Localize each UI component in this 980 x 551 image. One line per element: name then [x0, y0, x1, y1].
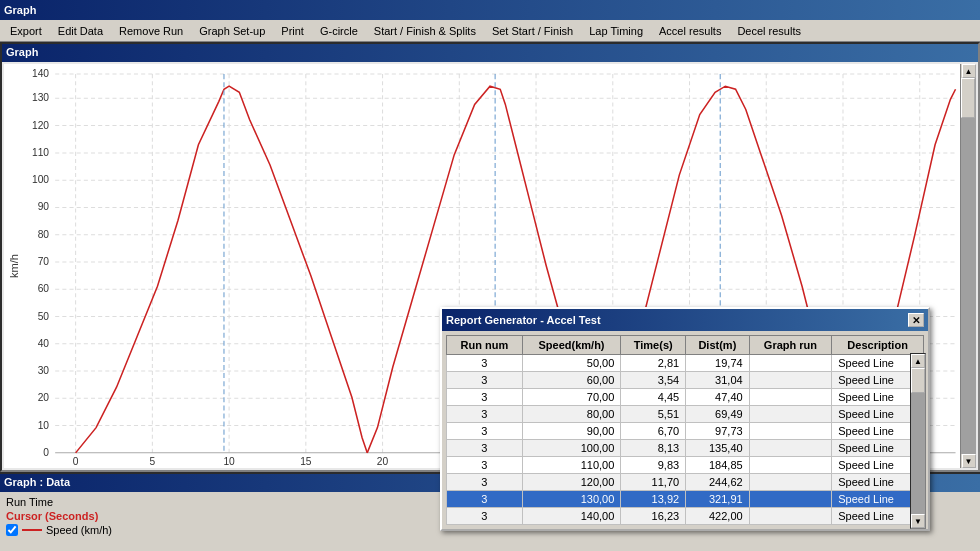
cell-run: 3 [447, 423, 523, 440]
menu-set-start-finish[interactable]: Set Start / Finish [484, 23, 581, 39]
cell-run: 3 [447, 440, 523, 457]
cell-speed: 100,00 [522, 440, 621, 457]
cell-graph [749, 474, 832, 491]
svg-text:70: 70 [38, 256, 50, 267]
svg-text:140: 140 [32, 68, 49, 79]
table-scroll-track [911, 368, 925, 514]
speed-checkbox[interactable] [6, 524, 18, 536]
cell-run: 3 [447, 355, 523, 372]
menu-start-finish-splits[interactable]: Start / Finish & Splits [366, 23, 484, 39]
cell-time: 4,45 [621, 389, 686, 406]
cell-run: 3 [447, 491, 523, 508]
table-scroll-up[interactable]: ▲ [911, 354, 925, 368]
svg-text:60: 60 [38, 283, 50, 294]
title-bar: Graph [0, 0, 980, 20]
menu-print[interactable]: Print [273, 23, 312, 39]
dialog-content: Run num Speed(km/h) Time(s) Dist(m) Grap… [442, 331, 928, 529]
menu-accel-results[interactable]: Accel results [651, 23, 729, 39]
col-time: Time(s) [621, 336, 686, 355]
cell-run: 3 [447, 457, 523, 474]
cell-graph [749, 508, 832, 525]
cell-speed: 50,00 [522, 355, 621, 372]
graph-scrollbar[interactable]: ▲ ▼ [960, 64, 976, 468]
col-description: Description [832, 336, 924, 355]
svg-text:80: 80 [38, 229, 50, 240]
cell-graph [749, 457, 832, 474]
cursor-label: Cursor (Seconds) [6, 510, 98, 522]
cell-time: 11,70 [621, 474, 686, 491]
cell-dist: 244,62 [686, 474, 750, 491]
cell-run: 3 [447, 389, 523, 406]
table-row[interactable]: 3 140,00 16,23 422,00 Speed Line [447, 508, 924, 525]
dialog-title: Report Generator - Accel Test [446, 314, 601, 326]
table-row[interactable]: 3 110,00 9,83 184,85 Speed Line [447, 457, 924, 474]
menu-remove-run[interactable]: Remove Run [111, 23, 191, 39]
graph-title: Graph [2, 44, 978, 62]
svg-text:30: 30 [38, 365, 50, 376]
svg-text:15: 15 [300, 456, 312, 467]
svg-text:120: 120 [32, 120, 49, 131]
cell-dist: 135,40 [686, 440, 750, 457]
cell-graph [749, 423, 832, 440]
table-row[interactable]: 3 70,00 4,45 47,40 Speed Line [447, 389, 924, 406]
cell-dist: 31,04 [686, 372, 750, 389]
speed-label: Speed (km/h) [46, 524, 112, 536]
svg-text:0: 0 [43, 447, 49, 458]
cell-dist: 69,49 [686, 406, 750, 423]
report-dialog: Report Generator - Accel Test ✕ Run num … [440, 307, 930, 531]
app-container: Graph Export Edit Data Remove Run Graph … [0, 0, 980, 551]
table-row[interactable]: 3 130,00 13,92 321,91 Speed Line [447, 491, 924, 508]
cell-graph [749, 372, 832, 389]
svg-text:90: 90 [38, 202, 50, 213]
cell-speed: 140,00 [522, 508, 621, 525]
cell-dist: 97,73 [686, 423, 750, 440]
cell-run: 3 [447, 406, 523, 423]
run-time-label: Run Time [6, 496, 53, 508]
svg-text:10: 10 [223, 456, 235, 467]
table-row[interactable]: 3 60,00 3,54 31,04 Speed Line [447, 372, 924, 389]
menu-lap-timing[interactable]: Lap Timing [581, 23, 651, 39]
cell-graph [749, 491, 832, 508]
table-row[interactable]: 3 80,00 5,51 69,49 Speed Line [447, 406, 924, 423]
cell-dist: 422,00 [686, 508, 750, 525]
table-row[interactable]: 3 90,00 6,70 97,73 Speed Line [447, 423, 924, 440]
cell-speed: 120,00 [522, 474, 621, 491]
cell-speed: 110,00 [522, 457, 621, 474]
menu-graph-setup[interactable]: Graph Set-up [191, 23, 273, 39]
cell-dist: 47,40 [686, 389, 750, 406]
cell-graph [749, 389, 832, 406]
scroll-up-btn[interactable]: ▲ [962, 64, 976, 78]
menu-gcircle[interactable]: G-circle [312, 23, 366, 39]
table-row[interactable]: 3 50,00 2,81 19,74 Speed Line [447, 355, 924, 372]
cell-time: 13,92 [621, 491, 686, 508]
cell-time: 3,54 [621, 372, 686, 389]
table-row[interactable]: 3 120,00 11,70 244,62 Speed Line [447, 474, 924, 491]
cell-graph [749, 440, 832, 457]
menu-export[interactable]: Export [2, 23, 50, 39]
dialog-close-button[interactable]: ✕ [908, 313, 924, 327]
cell-time: 8,13 [621, 440, 686, 457]
cell-dist: 184,85 [686, 457, 750, 474]
table-scroll-down[interactable]: ▼ [911, 514, 925, 528]
report-table: Run num Speed(km/h) Time(s) Dist(m) Grap… [446, 335, 924, 525]
svg-text:10: 10 [38, 420, 50, 431]
menu-decel-results[interactable]: Decel results [729, 23, 809, 39]
svg-text:100: 100 [32, 174, 49, 185]
scroll-thumb[interactable] [961, 78, 975, 118]
scroll-down-btn[interactable]: ▼ [962, 454, 976, 468]
dialog-title-bar: Report Generator - Accel Test ✕ [442, 309, 928, 331]
col-dist: Dist(m) [686, 336, 750, 355]
app-title: Graph [4, 4, 36, 16]
menu-edit-data[interactable]: Edit Data [50, 23, 111, 39]
cell-time: 5,51 [621, 406, 686, 423]
table-scroll-thumb[interactable] [911, 368, 925, 393]
table-row[interactable]: 3 100,00 8,13 135,40 Speed Line [447, 440, 924, 457]
svg-text:km/h: km/h [8, 254, 20, 278]
cell-run: 3 [447, 372, 523, 389]
svg-text:130: 130 [32, 92, 49, 103]
table-scrollbar[interactable]: ▲ ▼ [910, 353, 926, 529]
cell-graph [749, 406, 832, 423]
col-speed: Speed(km/h) [522, 336, 621, 355]
svg-text:20: 20 [377, 456, 389, 467]
cell-speed: 130,00 [522, 491, 621, 508]
